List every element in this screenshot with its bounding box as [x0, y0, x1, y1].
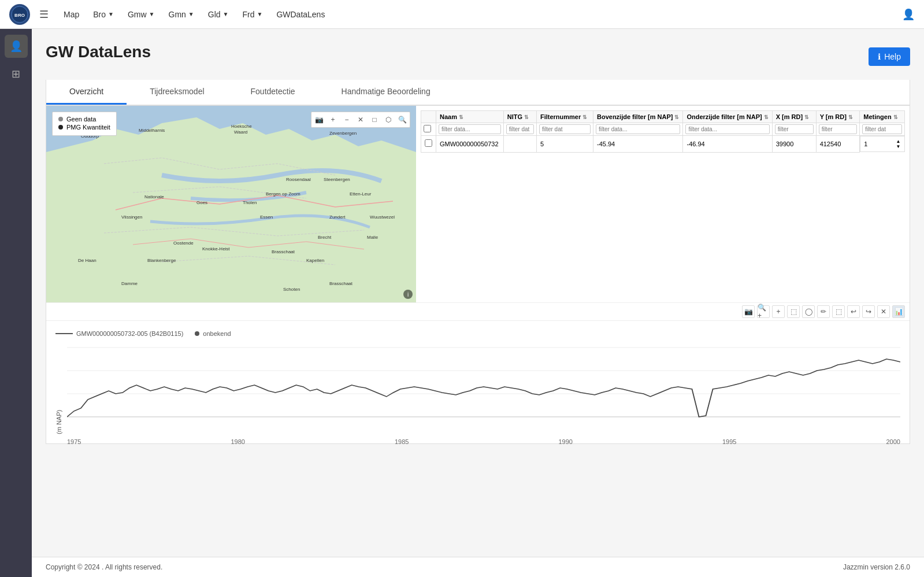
x-label-1985: 1985: [395, 438, 409, 445]
chart-draw-tool[interactable]: ✏: [817, 305, 830, 318]
legend-geen-data: Geen data: [58, 116, 110, 123]
sidebar-item-user[interactable]: 👤: [5, 35, 28, 58]
col-filternummer: Filternummer ⇅: [536, 111, 593, 123]
version-text: Jazzmin version 2.6.0: [843, 563, 910, 571]
filter-onderzijde-cell: [683, 123, 772, 136]
hamburger-menu[interactable]: ☰: [39, 8, 49, 21]
col-y: Y [m RD] ⇅: [816, 111, 860, 123]
chart-box-select-tool[interactable]: ⬚: [787, 305, 800, 318]
svg-text:Zevenbergen: Zevenbergen: [329, 131, 357, 136]
tab-tijdreeksmodel[interactable]: Tijdreeksmodel: [127, 80, 227, 105]
sort-onder[interactable]: ⇅: [764, 114, 769, 120]
filter-checkbox[interactable]: [424, 125, 431, 132]
chart-undo-tool[interactable]: ↩: [847, 305, 860, 318]
map-search-tool[interactable]: 🔍: [396, 113, 409, 126]
chart-legend: GMW000000050732-005 (B42B0115) onbekend: [55, 330, 900, 337]
sort-nitg[interactable]: ⇅: [524, 114, 529, 120]
filter-metingen-input[interactable]: [862, 124, 902, 134]
sidebar-item-grid[interactable]: ⊞: [5, 62, 28, 86]
map-polygon-tool[interactable]: ⬡: [382, 113, 395, 126]
filter-checkbox-cell: [421, 123, 436, 136]
col-naam: Naam ⇅: [436, 111, 504, 123]
map-select-tool[interactable]: ✕: [354, 113, 367, 126]
chart-camera-tool[interactable]: 📷: [742, 305, 755, 318]
help-button[interactable]: ℹ Help: [869, 47, 910, 66]
row-y: 412540: [816, 136, 860, 153]
sort-metingen[interactable]: ⇅: [893, 114, 898, 120]
filter-x-input[interactable]: [775, 124, 814, 134]
chart-legend-dot-label: onbekend: [203, 330, 231, 337]
filter-nitg-input[interactable]: [506, 124, 534, 134]
nav-gmn[interactable]: Gmn ▼: [163, 6, 200, 23]
filter-bovenzijde-input[interactable]: [596, 124, 680, 134]
page-header: GW DataLens ℹ Help: [46, 43, 910, 71]
table-body: GMW000000050732 5 -45.94 -46.94 39900 41…: [421, 136, 905, 153]
help-label: Help: [884, 52, 901, 61]
svg-text:Kapellen: Kapellen: [306, 258, 324, 263]
filter-naam-cell: [436, 123, 504, 136]
chart-legend-line-label: GMW000000050732-005 (B42B0115): [76, 330, 183, 337]
svg-text:Brasschaat: Brasschaat: [272, 249, 295, 254]
help-icon: ℹ: [878, 52, 881, 61]
nav-map[interactable]: Map: [58, 6, 85, 23]
svg-text:Oostende: Oostende: [173, 241, 194, 246]
tab-handmatige-beoordeling[interactable]: Handmatige Beoordeling: [318, 80, 454, 105]
map-box-tool[interactable]: □: [368, 113, 381, 126]
svg-text:Zundert: Zundert: [329, 214, 346, 220]
row-checkbox-cell: [421, 136, 436, 153]
map-zoom-out-tool[interactable]: −: [340, 113, 353, 126]
nav-bro[interactable]: Bro ▼: [87, 6, 120, 23]
chart-redo-tool[interactable]: ↪: [862, 305, 875, 318]
sort-boven[interactable]: ⇅: [674, 114, 679, 120]
map-container[interactable]: Ouddorp Middelharnis Hoeksche Waard Zeve…: [46, 106, 416, 302]
sort-x[interactable]: ⇅: [804, 114, 809, 120]
user-menu[interactable]: 👤: [902, 8, 915, 21]
map-area: Ouddorp Middelharnis Hoeksche Waard Zeve…: [46, 106, 416, 302]
sort-filter[interactable]: ⇅: [582, 114, 587, 120]
map-camera-tool[interactable]: 📷: [313, 113, 325, 126]
filter-y-input[interactable]: [819, 124, 858, 134]
row-nitg: [503, 136, 536, 153]
tab-overzicht[interactable]: Overzicht: [46, 80, 127, 105]
chart-zoom-in-tool[interactable]: 🔍+: [757, 305, 770, 318]
svg-text:Brasschaat: Brasschaat: [329, 281, 353, 286]
svg-text:Vlissingen: Vlissingen: [121, 214, 142, 220]
gld-arrow: ▼: [223, 11, 229, 17]
gmn-arrow: ▼: [188, 11, 194, 17]
table-row: GMW000000050732 5 -45.94 -46.94 39900 41…: [421, 136, 905, 153]
svg-text:Roosendaal: Roosendaal: [286, 177, 311, 182]
chart-container: 1.5 1 0.5 0 1975 1980 1985 1990: [67, 342, 900, 434]
nav-gld[interactable]: Gld ▼: [202, 6, 235, 23]
svg-text:Brecht: Brecht: [318, 235, 332, 240]
svg-text:Essen: Essen: [260, 214, 273, 220]
legend-pmg-dot: [58, 125, 63, 130]
metingen-spinner[interactable]: ▲▼: [896, 139, 901, 149]
chart-reset-tool[interactable]: ✕: [877, 305, 890, 318]
sort-naam[interactable]: ⇅: [459, 114, 463, 120]
map-zoom-in-tool[interactable]: +: [326, 113, 339, 126]
svg-text:Malle: Malle: [367, 235, 378, 240]
chart-erase-tool[interactable]: ⬚: [832, 305, 845, 318]
svg-text:Middelharnis: Middelharnis: [139, 128, 165, 133]
row-checkbox[interactable]: [425, 139, 432, 147]
x-axis-labels: 1975 1980 1985 1990 1995 2000: [67, 438, 900, 445]
filter-naam-input[interactable]: [439, 124, 501, 134]
chart-plus-tool[interactable]: +: [772, 305, 785, 318]
sort-y[interactable]: ⇅: [848, 114, 853, 120]
svg-text:Steenbergen: Steenbergen: [324, 177, 350, 182]
chart-lasso-tool[interactable]: ◯: [802, 305, 815, 318]
chart-bar-tool[interactable]: 📊: [892, 305, 905, 318]
chart-legend-dot: [195, 331, 199, 336]
svg-text:De Haan: De Haan: [78, 258, 97, 263]
table-area: Naam ⇅ NITG ⇅ Filternummer ⇅ Bovenzijde …: [416, 106, 910, 302]
nav-frd[interactable]: Frd ▼: [236, 6, 268, 23]
footer: Copyright © 2024 . All rights reserved. …: [32, 557, 924, 577]
svg-text:Wuustwezel: Wuustwezel: [370, 214, 395, 220]
nav-gwdatalens[interactable]: GWDataLens: [270, 6, 331, 23]
filter-filternummer-input[interactable]: [539, 124, 591, 134]
filter-onderzijde-input[interactable]: [685, 124, 769, 134]
tab-foutdetectie[interactable]: Foutdetectie: [228, 80, 318, 105]
map-info-icon[interactable]: i: [403, 290, 413, 299]
nav-gmw[interactable]: Gmw ▼: [122, 6, 161, 23]
row-metingen: 1 ▲▼: [860, 136, 904, 152]
